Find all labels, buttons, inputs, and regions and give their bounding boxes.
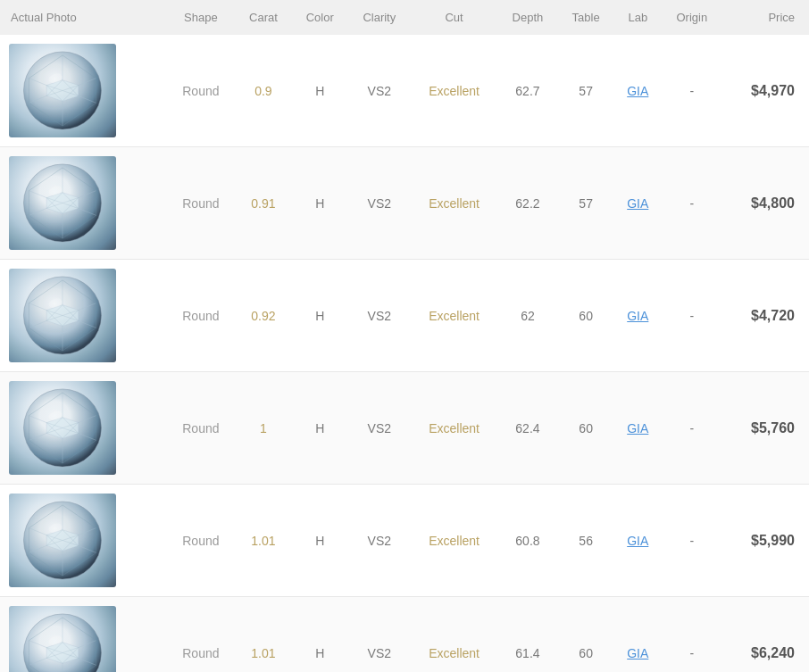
header-shape: Shape <box>167 0 235 35</box>
lab-link[interactable]: GIA <box>627 196 648 211</box>
table-value-cell: 57 <box>558 35 614 147</box>
clarity-cell: VS2 <box>348 372 411 485</box>
cut-cell: Excellent <box>411 35 497 147</box>
lab-link[interactable]: GIA <box>627 421 648 436</box>
table-row: Round 0.91 H VS2 Excellent 62.2 57 GIA -… <box>0 147 809 260</box>
lab-cell[interactable]: GIA <box>614 35 663 147</box>
cut-cell: Excellent <box>411 597 497 673</box>
clarity-cell: VS2 <box>348 597 411 673</box>
shape-cell: Round <box>167 597 235 673</box>
color-cell: H <box>292 35 348 147</box>
price-cell: $4,970 <box>722 35 809 147</box>
origin-cell: - <box>662 485 722 597</box>
diamond-image <box>9 381 116 475</box>
diamond-photo-cell[interactable] <box>0 35 167 147</box>
diamond-image <box>9 269 116 362</box>
clarity-cell: VS2 <box>348 260 411 372</box>
diamond-photo-cell[interactable] <box>0 147 167 260</box>
carat-cell: 0.91 <box>235 147 292 260</box>
shape-cell: Round <box>167 485 235 597</box>
depth-cell: 62 <box>497 260 558 372</box>
header-color: Color <box>292 0 348 35</box>
header-depth: Depth <box>497 0 558 35</box>
lab-cell[interactable]: GIA <box>614 372 663 485</box>
lab-link[interactable]: GIA <box>627 309 648 323</box>
clarity-cell: VS2 <box>348 485 411 597</box>
price-cell: $4,800 <box>722 147 809 260</box>
table-value-cell: 60 <box>558 260 614 372</box>
diamond-image <box>9 494 116 587</box>
shape-cell: Round <box>167 147 235 260</box>
color-cell: H <box>292 372 348 485</box>
cut-cell: Excellent <box>411 260 497 372</box>
table-value-cell: 60 <box>558 597 614 673</box>
color-cell: H <box>292 597 348 673</box>
diamond-photo-cell[interactable] <box>0 260 167 372</box>
table-row: Round 1.01 H VS2 Excellent 61.4 60 GIA -… <box>0 597 809 673</box>
carat-cell: 0.9 <box>235 35 292 147</box>
header-clarity: Clarity <box>348 0 411 35</box>
shape-cell: Round <box>167 35 235 147</box>
table-value-cell: 57 <box>558 147 614 260</box>
diamond-photo-cell[interactable] <box>0 485 167 597</box>
table-row: Round 1 H VS2 Excellent 62.4 60 GIA - $5… <box>0 372 809 485</box>
shape-cell: Round <box>167 260 235 372</box>
color-cell: H <box>292 147 348 260</box>
depth-cell: 62.4 <box>497 372 558 485</box>
table-row: Round 1.01 H VS2 Excellent 60.8 56 GIA -… <box>0 485 809 597</box>
diamond-photo-cell[interactable] <box>0 372 167 485</box>
header-origin: Origin <box>662 0 722 35</box>
table-value-cell: 60 <box>558 372 614 485</box>
lab-cell[interactable]: GIA <box>614 597 663 673</box>
header-carat: Carat <box>235 0 292 35</box>
header-price: Price <box>722 0 809 35</box>
clarity-cell: VS2 <box>348 35 411 147</box>
carat-cell: 0.92 <box>235 260 292 372</box>
clarity-cell: VS2 <box>348 147 411 260</box>
carat-cell: 1.01 <box>235 485 292 597</box>
color-cell: H <box>292 260 348 372</box>
origin-cell: - <box>662 597 722 673</box>
header-cut: Cut <box>411 0 497 35</box>
origin-cell: - <box>662 260 722 372</box>
diamond-image <box>9 156 116 250</box>
origin-cell: - <box>662 147 722 260</box>
lab-cell[interactable]: GIA <box>614 485 663 597</box>
lab-link[interactable]: GIA <box>627 84 648 98</box>
depth-cell: 62.2 <box>497 147 558 260</box>
depth-cell: 61.4 <box>497 597 558 673</box>
diamond-table: Actual Photo Shape Carat Color Clarity C… <box>0 0 809 672</box>
carat-cell: 1.01 <box>235 597 292 673</box>
table-header-row: Actual Photo Shape Carat Color Clarity C… <box>0 0 809 35</box>
diamond-image <box>9 44 116 137</box>
header-lab: Lab <box>614 0 663 35</box>
price-cell: $5,760 <box>722 372 809 485</box>
color-cell: H <box>292 485 348 597</box>
shape-cell: Round <box>167 372 235 485</box>
depth-cell: 60.8 <box>497 485 558 597</box>
depth-cell: 62.7 <box>497 35 558 147</box>
cut-cell: Excellent <box>411 485 497 597</box>
lab-link[interactable]: GIA <box>627 534 648 548</box>
carat-cell: 1 <box>235 372 292 485</box>
price-cell: $6,240 <box>722 597 809 673</box>
price-cell: $4,720 <box>722 260 809 372</box>
header-table: Table <box>558 0 614 35</box>
origin-cell: - <box>662 372 722 485</box>
table-value-cell: 56 <box>558 485 614 597</box>
lab-cell[interactable]: GIA <box>614 147 663 260</box>
lab-link[interactable]: GIA <box>627 646 648 660</box>
table-row: Round 0.92 H VS2 Excellent 62 60 GIA - $… <box>0 260 809 372</box>
header-photo: Actual Photo <box>0 0 167 35</box>
table-row: Round 0.9 H VS2 Excellent 62.7 57 GIA - … <box>0 35 809 147</box>
cut-cell: Excellent <box>411 372 497 485</box>
diamond-photo-cell[interactable] <box>0 597 167 673</box>
price-cell: $5,990 <box>722 485 809 597</box>
lab-cell[interactable]: GIA <box>614 260 663 372</box>
origin-cell: - <box>662 35 722 147</box>
cut-cell: Excellent <box>411 147 497 260</box>
diamond-image <box>9 606 116 672</box>
